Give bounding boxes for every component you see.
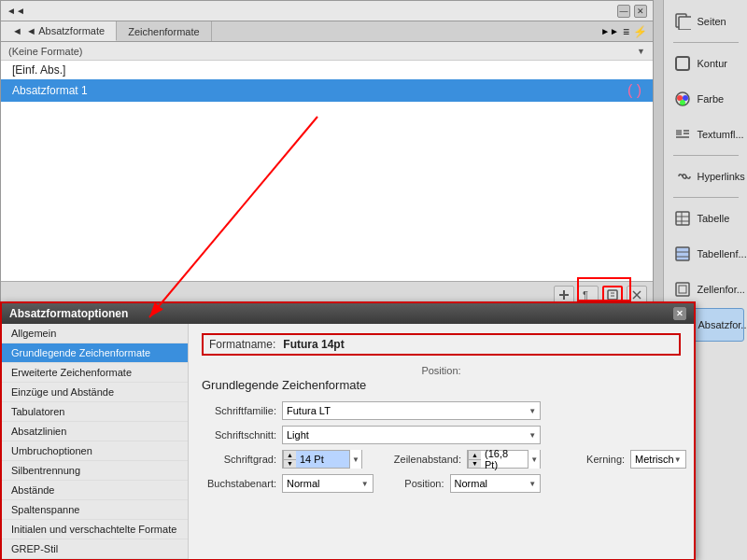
tabellenf-icon [673,245,692,263]
schriftfamilie-dropdown[interactable]: Futura LT ▼ [282,401,541,420]
titlebar-right: — ✕ [617,5,647,18]
svg-rect-24 [608,290,617,300]
tabelle-icon [673,209,692,228]
tab-zeichenformate[interactable]: Zeichenformate [117,21,211,41]
schriftgrad-up[interactable]: ▲ [284,451,296,460]
sidebar-item-seiten[interactable]: Seiten [668,5,744,38]
schriftschnitt-label: Schriftschnitt: [202,429,276,441]
position-label: Position: [202,365,681,376]
svg-rect-2 [676,57,689,70]
menu-umbruchoptionen[interactable]: Umbruchoptionen [2,441,188,461]
svg-rect-11 [676,212,689,225]
schriftfamilie-label: Schriftfamilie: [202,405,276,416]
menu-silbentrennung[interactable]: Silbentrennung [2,461,188,481]
empty-row-2 [550,426,694,444]
menu-grundlegende[interactable]: Grundlegende Zeichenformate [2,343,188,363]
buchstabenart-value: Normal [287,478,319,489]
dialog-title: Absatzformatoptionen [9,307,128,320]
schriftgrad-spinner[interactable]: ▲ ▼ ▼ [282,450,362,469]
menu-spaltenspanne[interactable]: Spaltenspanne [2,500,188,520]
divider-1 [673,42,739,43]
schriftschnitt-row: Schriftschnitt: Light ▼ [202,426,541,444]
tabulatoren-label: Tabulatoren [11,406,65,417]
sidebar-item-hyperlinks[interactable]: Hyperlinks [668,160,744,193]
sidebar-item-textumfl[interactable]: Textumfl... [668,118,744,151]
hyperlinks-label: Hyperlinks [698,171,745,182]
schriftschnitt-arrow: ▼ [529,431,536,440]
kerning-row: Kerning: Metrisch ▼ Laufweite: ▲ ▼ 0 [550,450,694,469]
close-btn[interactable]: ✕ [634,5,647,18]
initialen-label: Initialen und verschachtelte Formate [11,524,176,535]
schriftgrad-input[interactable] [296,451,349,468]
panel-tab-icons: ►► ≡ ⚡ [595,21,653,41]
menu-icon[interactable]: ≡ [623,25,629,38]
top-panel: ◄◄ — ✕ ◄ ◄ Absatzformate Zeichenformate … [0,0,654,308]
umbruchoptionen-label: Umbruchoptionen [11,445,92,456]
panel-list: [Einf. Abs.] Absatzformat 1 ( ) [1,61,653,283]
titlebar-left: ◄◄ [7,6,25,16]
zeilenabstand-up[interactable]: ▲ [469,451,481,460]
buchstabenart-dropdown[interactable]: Normal ▼ [282,474,374,493]
minimize-btn[interactable]: — [617,5,630,18]
subtitle-text: (Keine Formate) [8,46,82,57]
schriftgrad-unit-dropdown[interactable]: ▼ [349,450,361,469]
schriftschnitt-value: Light [287,429,309,441]
kerning-value: Metrisch [635,454,674,465]
lightning-icon[interactable]: ⚡ [633,25,647,38]
sidebar-item-farbe[interactable]: Farbe [668,82,744,116]
position-field-label: Position: [388,478,444,489]
menu-erweiterte[interactable]: Erweiterte Zeichenformate [2,363,188,383]
dialog-left-menu: Allgemein Grundlegende Zeichenformate Er… [2,324,189,559]
zeilenabstand-spinner[interactable]: ▲ ▼ (16,8 Pt) ▼ [467,450,541,469]
svg-rect-7 [676,130,682,135]
schriftfamilie-value: Futura LT [287,405,331,416]
schriftgrad-down[interactable]: ▼ [284,460,296,469]
kerning-dropdown[interactable]: Metrisch ▼ [630,450,685,469]
einzuge-label: Einzüge und Abstände [11,386,114,398]
position-field-value: Normal [455,478,487,489]
position-field-dropdown[interactable]: Normal ▼ [450,474,542,493]
tab-absatzformate-label: ◄ Absatzformate [26,25,105,36]
section-title: Grundlegende Zeichenformate [202,378,681,392]
list-item-absatzformat-1[interactable]: Absatzformat 1 ( ) [1,79,653,102]
format-name-row: Formatname: Futura 14pt [202,333,681,356]
list-item-einf-abs[interactable]: [Einf. Abs.] [1,61,653,79]
tab-absatzformate[interactable]: ◄ ◄ Absatzformate [1,21,117,41]
expand-icon[interactable]: ►► [600,26,619,36]
format-name-value: Futura 14pt [283,338,344,351]
tabellenf-label: Tabellenf... [698,248,747,259]
buchstabenart-row: Buchstabenart: Normal ▼ Position: Normal… [202,474,541,493]
menu-grep[interactable]: GREP-Stil [2,539,188,559]
svg-text:¶: ¶ [583,289,588,301]
sidebar-item-tabellenf[interactable]: Tabellenf... [668,237,744,271]
menu-tabulatoren[interactable]: Tabulatoren [2,402,188,422]
seiten-icon [673,12,692,31]
kontur-icon [673,54,692,73]
panel-tabs: ◄ ◄ Absatzformate Zeichenformate ►► ≡ ⚡ [1,21,653,42]
svg-rect-22 [563,290,565,300]
scroll-right-icon: ▼ [637,47,645,56]
absatzlinien-label: Absatzlinien [11,426,66,437]
kontur-label: Kontur [698,58,727,69]
schriftfamilie-row: Schriftfamilie: Futura LT ▼ [202,401,541,420]
zeilenabstand-unit-dropdown[interactable]: ▼ [528,450,540,469]
tabelle-label: Tabelle [698,213,730,224]
divider-2 [673,155,739,156]
schriftfamilie-arrow: ▼ [529,407,536,415]
zeilenabstand-down[interactable]: ▼ [469,460,481,469]
svg-point-6 [680,100,685,105]
dialog-absatzformatoptionen: Absatzformatoptionen ✕ Allgemein Grundle… [0,301,696,560]
schriftgrad-unit-arrow: ▼ [352,455,359,464]
dialog-close-btn[interactable]: ✕ [673,307,686,320]
menu-initialen[interactable]: Initialen und verschachtelte Formate [2,520,188,539]
zeilenabstand-spinner-btns: ▲ ▼ [468,451,481,468]
collapse-icon[interactable]: ◄◄ [7,6,25,16]
menu-absatzlinien[interactable]: Absatzlinien [2,422,188,441]
menu-abstande[interactable]: Abstände [2,481,188,500]
dialog-right-content: Formatname: Futura 14pt Position: Grundl… [189,324,694,559]
sidebar-item-tabelle[interactable]: Tabelle [668,202,744,235]
menu-allgemein[interactable]: Allgemein [2,324,188,343]
menu-einzuge[interactable]: Einzüge und Abstände [2,383,188,402]
sidebar-item-kontur[interactable]: Kontur [668,47,744,80]
schriftschnitt-dropdown[interactable]: Light ▼ [282,426,541,444]
